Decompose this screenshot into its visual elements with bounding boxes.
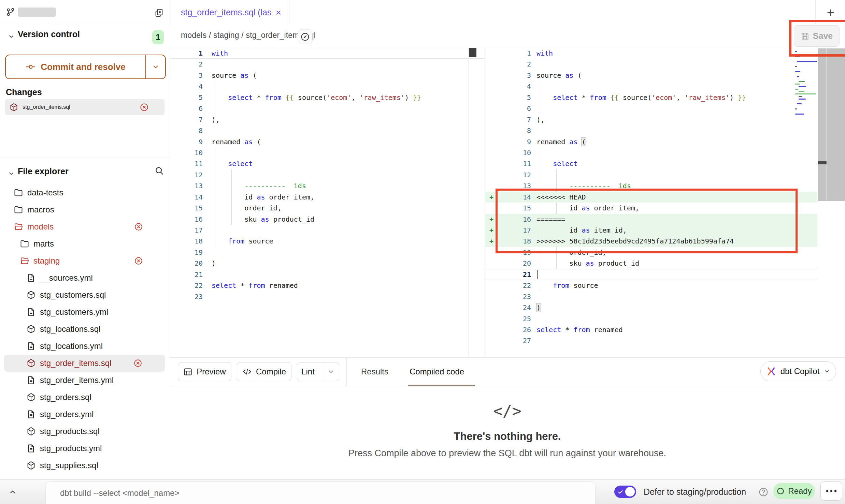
version-control-chevron-icon[interactable] <box>8 33 15 40</box>
file-explorer-item-marts[interactable]: marts <box>0 235 170 252</box>
lint-button[interactable]: Lint <box>297 362 339 381</box>
file-explorer-item--sources-yml[interactable]: __sources.yml <box>0 269 170 286</box>
file-explorer-item-stg-products-yml[interactable]: stg_products.yml <box>0 440 170 457</box>
file-explorer-item-stg-order-items-yml[interactable]: stg_order_items.yml <box>0 372 170 389</box>
code-line-7[interactable]: 7), <box>170 114 485 125</box>
line-number: 10 <box>170 147 203 158</box>
code-line-14[interactable]: 14 id as order_item, <box>170 192 485 203</box>
minimap-scrollbar-thumb[interactable] <box>818 161 827 164</box>
code-line-3[interactable]: 3source as ( <box>485 70 817 81</box>
left-pane-scrollbar-thumb[interactable] <box>469 48 476 57</box>
discard-change-icon[interactable] <box>140 103 149 112</box>
code-line-6[interactable]: 6 <box>170 103 485 114</box>
code-line-21[interactable]: 21 <box>170 269 485 280</box>
code-line-6[interactable]: 6 <box>485 103 817 114</box>
new-tab-plus-icon[interactable] <box>826 8 835 17</box>
minimap[interactable] <box>794 48 818 130</box>
tab-compiled-code[interactable]: Compiled code <box>410 357 464 386</box>
lint-dropdown[interactable] <box>323 362 339 381</box>
search-icon[interactable] <box>154 166 164 176</box>
file-explorer-item-stg-order-items-sql[interactable]: stg_order_items.sql <box>4 355 165 372</box>
chevron-up-icon[interactable] <box>8 488 17 496</box>
code-line-9[interactable]: 9renamed as ( <box>170 136 485 147</box>
lineage-button[interactable] <box>298 29 313 44</box>
code-line-19[interactable]: 19 <box>170 247 485 258</box>
code-line-11[interactable]: 11 select <box>170 158 485 169</box>
code-line-7[interactable]: 7), <box>485 114 817 125</box>
code-line-4[interactable]: 4 <box>485 81 817 92</box>
code-line-1[interactable]: 1with <box>485 48 817 59</box>
code-line-8[interactable]: 8 <box>485 125 817 136</box>
code-line-22[interactable]: 22select * from renamed <box>170 280 485 291</box>
code-line-4[interactable]: 4 <box>170 81 485 92</box>
file-explorer-item-staging[interactable]: staging <box>0 252 170 269</box>
code-line-20[interactable]: 20 sku as product_id <box>485 258 817 269</box>
code-line-11[interactable]: 11 select <box>485 158 817 169</box>
code-line-20[interactable]: 20) <box>170 258 485 269</box>
line-number: 25 <box>505 313 531 324</box>
file-explorer-item-stg-products-sql[interactable]: stg_products.sql <box>0 423 170 440</box>
defer-toggle[interactable] <box>614 486 636 498</box>
commit-and-resolve-button[interactable]: Commit and resolve <box>5 55 166 79</box>
code-line-1[interactable]: 1with <box>170 48 485 59</box>
code-line-17[interactable]: 17 <box>170 225 485 236</box>
code-line-2[interactable]: 2 <box>170 59 485 70</box>
code-line-10[interactable]: 10 <box>170 147 485 158</box>
code-line-9[interactable]: 9renamed as ( <box>485 136 817 147</box>
close-icon[interactable] <box>275 9 282 16</box>
more-options-button[interactable] <box>820 481 842 501</box>
code-line-5[interactable]: 5 select * from {{ source('ecom', 'raw_i… <box>485 92 817 103</box>
file-name: stg_products.yml <box>40 444 102 453</box>
code-line-18[interactable]: 18 from source <box>170 236 485 247</box>
code-line-10[interactable]: 10 <box>485 147 817 158</box>
file-explorer-item-stg-orders-yml[interactable]: stg_orders.yml <box>0 406 170 423</box>
code-line-21[interactable]: 21 <box>485 269 817 280</box>
conflict-marker-icon[interactable] <box>134 256 143 265</box>
preview-button[interactable]: Preview <box>178 362 231 381</box>
code-line-26[interactable]: 26select * from renamed <box>485 324 817 335</box>
code-line-2[interactable]: 2 <box>485 59 817 70</box>
file-explorer-item-stg-customers-sql[interactable]: stg_customers.sql <box>0 286 170 303</box>
code-line-24[interactable]: 24) <box>485 302 817 313</box>
code-line-25[interactable]: 25 <box>485 313 817 324</box>
code-line-8[interactable]: 8 <box>170 125 485 136</box>
compile-button[interactable]: Compile <box>237 362 291 381</box>
code-line-12[interactable]: 12 <box>170 169 485 180</box>
save-button[interactable]: Save <box>794 25 840 47</box>
file-explorer-chevron-icon[interactable] <box>8 170 15 177</box>
git-branch-icon <box>6 8 15 17</box>
commit-options-dropdown[interactable] <box>145 55 165 78</box>
code-line-23[interactable]: 23 <box>170 291 485 302</box>
file-explorer-item-stg-supplies-sql[interactable]: stg_supplies.sql <box>0 457 170 474</box>
line-number: 15 <box>170 203 203 213</box>
code-line-5[interactable]: 5 select * from {{ source('ecom', 'raw_i… <box>170 92 485 103</box>
copy-docs-icon[interactable] <box>154 8 164 18</box>
changed-file-row[interactable]: stg_order_items.sql <box>5 99 164 115</box>
file-explorer-item-stg-locations-yml[interactable]: stg_locations.yml <box>0 338 170 355</box>
tab-stg-order-items[interactable]: stg_order_items.sql (last c... <box>170 0 289 25</box>
editor-scrollbar[interactable] <box>827 48 845 201</box>
code-line-15[interactable]: 15 order_id, <box>170 203 485 213</box>
file-explorer-item-stg-locations-sql[interactable]: stg_locations.sql <box>0 321 170 338</box>
file-explorer-item-models[interactable]: models <box>0 218 170 235</box>
conflict-marker-icon[interactable] <box>133 359 142 368</box>
status-badge[interactable]: Ready <box>773 483 815 499</box>
command-input[interactable] <box>59 485 573 501</box>
file-explorer-item-stg-orders-sql[interactable]: stg_orders.sql <box>0 389 170 406</box>
code-line-23[interactable]: 23 <box>485 291 817 302</box>
tab-results[interactable]: Results <box>361 357 388 386</box>
code-line-12[interactable]: 12 <box>485 169 817 180</box>
conflict-marker-icon[interactable] <box>134 222 143 231</box>
code-line-27[interactable]: 27 <box>485 335 817 346</box>
file-explorer-item-macros[interactable]: macros <box>0 201 170 218</box>
command-bar[interactable] <box>45 481 596 504</box>
code-line-16[interactable]: 16 sku as product_id <box>170 214 485 225</box>
help-icon[interactable] <box>758 487 769 497</box>
file-explorer-item-data-tests[interactable]: data-tests <box>0 184 170 201</box>
editor-pane-last-commit[interactable]: 1with23source as (45 select * from {{ so… <box>170 48 485 357</box>
code-line-22[interactable]: 22 from source <box>485 280 817 291</box>
dbt-copilot-button[interactable]: dbt Copilot <box>760 361 836 381</box>
file-explorer-item-stg-customers-yml[interactable]: stg_customers.yml <box>0 303 170 321</box>
code-line-3[interactable]: 3source as ( <box>170 70 485 81</box>
code-line-13[interactable]: 13 ---------- ids <box>170 180 485 191</box>
